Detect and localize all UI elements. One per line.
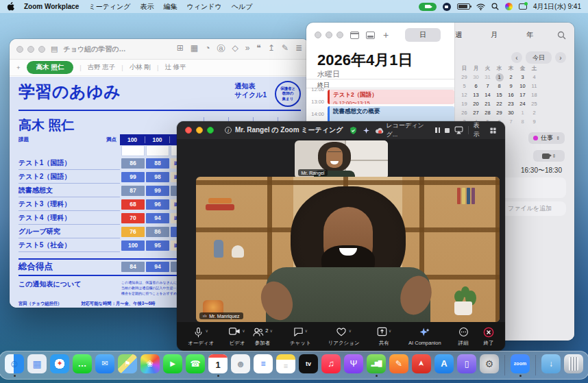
mini-cal-day[interactable]: 11 [528, 82, 540, 90]
text-box-icon[interactable]: ⓐ [217, 43, 225, 55]
overflow-icon[interactable]: » [245, 43, 250, 55]
zoom-traffic-lights[interactable] [185, 127, 214, 134]
mini-cal-day[interactable]: 2 [505, 73, 517, 82]
sheet-tab-2[interactable]: 吉野 恵子 [88, 63, 116, 72]
row-label[interactable]: 読書感想文 [19, 184, 120, 197]
calendar-list-icon[interactable] [350, 32, 359, 39]
mini-cal-day[interactable]: 6 [470, 82, 482, 90]
prev-day-button[interactable]: ‹ [511, 52, 522, 63]
mini-cal-day[interactable]: 5 [458, 82, 470, 90]
participant-thumbnail[interactable]: Mr. Rangel [295, 140, 388, 179]
chevron-up-icon[interactable]: ∨ [205, 328, 208, 333]
mini-cal-day[interactable]: 7 [482, 82, 493, 90]
dock-item-notes[interactable]: ≡ [275, 354, 296, 377]
view-tab-月[interactable]: 月 [476, 28, 512, 42]
mini-cal-day[interactable]: 23 [505, 99, 517, 108]
mini-cal-day[interactable]: 8 [517, 117, 528, 126]
airplay-icon[interactable] [454, 126, 463, 134]
chevron-up-icon[interactable]: ∨ [389, 328, 391, 333]
mini-cal-day[interactable]: 27 [470, 108, 482, 117]
ai-sparkle-icon[interactable] [363, 127, 370, 134]
comment-icon[interactable]: ❝ [256, 43, 260, 55]
mini-cal-day[interactable]: 28 [482, 108, 493, 117]
shape-icon[interactable]: ◇ [232, 43, 238, 55]
share-icon[interactable]: ↥ [268, 43, 275, 55]
mini-cal-day[interactable]: 4 [528, 73, 540, 82]
mini-cal-day[interactable]: 3 [517, 73, 528, 82]
score-cell[interactable]: 87 [121, 186, 145, 196]
dock-item-finder[interactable]: ☺ [4, 354, 25, 377]
mini-cal-day[interactable]: 18 [528, 90, 540, 99]
dock-item-calendar[interactable]: 1 [208, 354, 228, 377]
mini-cal-day[interactable]: 19 [458, 99, 470, 108]
menubar-menu-item[interactable]: ウィンドウ [187, 2, 222, 12]
view-tab-週[interactable]: 週 [441, 28, 476, 42]
view-button-label[interactable]: 表示 [474, 121, 485, 139]
apple-menu-icon[interactable] [7, 2, 14, 11]
row-label[interactable]: テスト5（社会） [19, 238, 120, 252]
score-cell[interactable]: 95 [146, 240, 169, 251]
info-icon[interactable] [225, 127, 232, 134]
mini-cal-day[interactable]: 1 [493, 73, 505, 82]
zoom-mic-button[interactable]: ∨オーディオ [188, 327, 214, 347]
stop-recording-button[interactable] [445, 128, 449, 133]
mini-cal-day[interactable]: 25 [528, 99, 540, 108]
score-cell[interactable]: 76 [121, 227, 145, 237]
dock-item-launchpad[interactable]: ▦ [27, 354, 47, 377]
dock-item-apple-tv[interactable]: tv [298, 354, 319, 377]
mini-cal-day[interactable]: 26 [458, 108, 470, 117]
score-cell[interactable]: 86 [146, 227, 169, 237]
mini-cal-day[interactable]: 12 [458, 90, 470, 99]
row-label[interactable]: グループ研究 [19, 225, 120, 238]
chevron-up-icon[interactable]: ∨ [305, 328, 308, 333]
menubar-menu-item[interactable]: ヘルプ [232, 2, 253, 12]
spotlight-icon[interactable] [491, 3, 499, 10]
calendar-traffic-lights[interactable] [315, 32, 343, 38]
chevron-up-icon[interactable]: ∨ [348, 328, 351, 333]
mini-cal-day[interactable]: 21 [482, 99, 493, 108]
score-cell[interactable]: 86 [121, 158, 145, 169]
video-call-picker[interactable]: ⇕ [533, 150, 565, 162]
dock-item-zoom[interactable]: zoom [510, 354, 530, 377]
chevron-up-icon[interactable]: ∨ [269, 328, 272, 333]
dock-item-downloads[interactable]: ↓ [541, 354, 561, 377]
mini-cal-day[interactable]: 7 [505, 117, 517, 126]
score-cell[interactable]: 98 [146, 172, 169, 182]
score-cell[interactable]: 96 [146, 199, 169, 210]
row-label[interactable]: テスト3（理科） [19, 197, 120, 211]
dock-item-pages[interactable]: ✎ [389, 354, 409, 377]
inbox-tray-icon[interactable] [366, 32, 375, 39]
mini-cal-day[interactable]: 22 [493, 99, 505, 108]
zoom-sparkle-button[interactable]: AI Companion [408, 327, 441, 347]
event-time-range[interactable]: 16:30〜18:30 [521, 166, 562, 175]
dock-item-rocket[interactable]: ➤ [411, 354, 432, 377]
score-cell[interactable]: 68 [121, 199, 145, 210]
dock-item-reminders[interactable]: ≡ [253, 354, 273, 377]
menubar-clock[interactable]: 4月1日(水) 9:41 [533, 2, 581, 12]
mini-cal-day[interactable]: 30 [505, 108, 517, 117]
dock-item-messages[interactable]: … [72, 354, 93, 377]
sheet-tab-4[interactable]: 辻 修平 [164, 63, 186, 72]
mini-cal-day[interactable]: 29 [458, 73, 470, 82]
encryption-shield-icon[interactable] [349, 126, 358, 135]
dock-item-numbers[interactable]: ▂▆█ [366, 354, 387, 377]
zoom-chat-button[interactable]: ∨チャット [290, 327, 311, 347]
new-event-button[interactable]: + [383, 29, 389, 40]
score-cell[interactable]: 70 [121, 213, 145, 223]
calendar-event[interactable]: テスト2（国語）◷ 12:00〜13:15 [328, 90, 454, 104]
mini-cal-day[interactable]: 16 [505, 90, 517, 99]
wifi-icon[interactable] [476, 3, 485, 10]
chart-icon[interactable]: ◔ [205, 43, 210, 55]
control-center-icon[interactable] [505, 3, 513, 10]
score-cell[interactable]: 99 [146, 186, 169, 196]
menubar-app-name[interactable]: Zoom Workplace [24, 3, 79, 10]
menubar-menu-item[interactable]: 表示 [140, 2, 154, 12]
dock-item-system-settings[interactable]: ⚙ [479, 354, 500, 377]
calendar-search-icon[interactable] [557, 31, 566, 40]
dock-item-maps[interactable]: ⚑ [117, 354, 138, 377]
view-tab-日[interactable]: 日 [405, 28, 441, 42]
mini-cal-day[interactable]: 1 [517, 108, 528, 117]
dock-item-contacts[interactable]: ☻ [230, 354, 251, 377]
mini-cal-day[interactable]: 8 [493, 82, 505, 90]
dock-item-phone[interactable]: ☎ [185, 354, 206, 377]
